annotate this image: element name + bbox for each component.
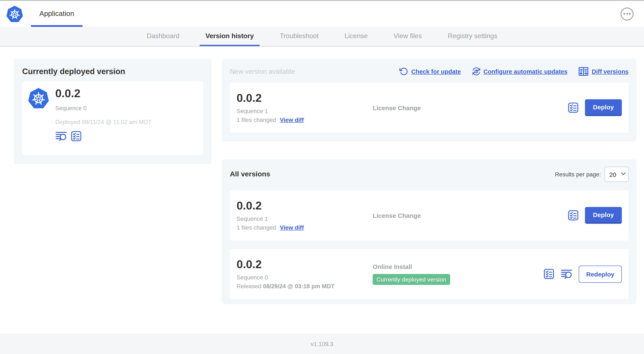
update-links: Check for update — [400, 66, 628, 77]
version-sequence: Sequence 1 — [236, 108, 373, 115]
ellipsis-menu-icon[interactable] — [620, 7, 634, 20]
currently-deployed-title: Currently deployed version — [22, 67, 203, 76]
version-actions: Deploy — [568, 99, 622, 116]
view-logs-icon[interactable] — [55, 131, 67, 141]
all-versions-title: All versions — [230, 170, 270, 178]
preflight-checks-icon[interactable] — [544, 268, 554, 279]
version-source: License Change — [373, 104, 568, 111]
kubernetes-logo-icon — [6, 6, 23, 22]
diff-versions-link[interactable]: Diff versions — [578, 66, 628, 77]
source-label: Online Install — [373, 263, 544, 270]
app-tab-label: Application — [39, 10, 74, 18]
new-version-panel: New version available Check for update — [222, 59, 636, 142]
source-label: License Change — [373, 104, 568, 111]
version-number: 0.0.2 — [236, 258, 373, 271]
files-changed-label: 1 files changed — [236, 224, 276, 231]
deployed-sequence: Sequence 0 — [55, 105, 152, 111]
files-changed-label: 1 files changed — [236, 117, 276, 123]
tab-registry-settings[interactable]: Registry settings — [442, 27, 503, 46]
view-logs-icon[interactable] — [561, 268, 572, 279]
currently-deployed-info: 0.0.2 Sequence 0 Deployed 09/11/24 @ 11:… — [55, 88, 152, 148]
check-for-update-link[interactable]: Check for update — [400, 67, 461, 76]
kubernetes-app-icon — [28, 88, 49, 109]
version-info: 0.0.2 Sequence 1 1 files changed View di… — [236, 92, 373, 123]
version-sequence: Sequence 1 — [236, 216, 373, 222]
redeploy-button[interactable]: Redeploy — [579, 265, 622, 282]
new-version-card: 0.0.2 Sequence 1 1 files changed View di… — [230, 83, 628, 133]
deployed-actions — [55, 131, 152, 141]
clock-refresh-icon — [472, 67, 480, 76]
files-changed-row: 1 files changed View diff — [236, 224, 373, 231]
preflight-checks-icon[interactable] — [568, 210, 579, 221]
files-changed-row: 1 files changed View diff — [236, 117, 373, 123]
app-tab-active-underline — [31, 25, 82, 27]
admin-console-version: v1.109.3 — [311, 340, 333, 347]
version-number: 0.0.2 — [236, 92, 373, 104]
new-version-title: New version available — [230, 68, 295, 75]
version-row: 0.0.2 Sequence 1 1 files changed View di… — [230, 190, 628, 240]
currently-deployed-panel: Currently deployed version — [14, 59, 212, 164]
all-versions-panel: All versions Results per page: 20 — [222, 159, 636, 304]
new-version-header: New version available Check for update — [222, 59, 636, 77]
tab-troubleshoot[interactable]: Troubleshoot — [274, 27, 324, 46]
version-actions: Redeploy — [544, 265, 622, 282]
version-source: Online Install Currently deployed versio… — [373, 263, 544, 285]
top-bar: Application — [0, 0, 644, 27]
configure-automatic-updates-link[interactable]: Configure automatic updates — [472, 67, 567, 76]
currently-deployed-card: 0.0.2 Sequence 0 Deployed 09/11/24 @ 11:… — [22, 81, 203, 155]
tab-license[interactable]: License — [339, 27, 374, 46]
deployed-timestamp: Deployed 09/11/24 @ 11:02 am MDT — [55, 118, 152, 125]
tab-view-files[interactable]: View files — [388, 27, 428, 46]
version-info: 0.0.2 Sequence 0 Released 08/29/24 @ 03:… — [236, 258, 373, 289]
version-sequence: Sequence 0 — [236, 274, 373, 281]
version-source: License Change — [373, 212, 568, 219]
results-per-page-select[interactable]: 20 — [605, 167, 628, 182]
view-diff-link[interactable]: View diff — [280, 224, 304, 231]
app-nav-tabs: Dashboard Version history Troubleshoot L… — [0, 27, 644, 47]
released-timestamp: Released 08/29/24 @ 03:18 pm MDT — [236, 283, 373, 290]
source-label: License Change — [373, 212, 568, 219]
deployed-version-number: 0.0.2 — [55, 88, 152, 100]
version-info: 0.0.2 Sequence 1 1 files changed View di… — [236, 200, 373, 231]
version-actions: Deploy — [568, 207, 622, 224]
main-content: Currently deployed version — [0, 47, 644, 324]
preflight-checks-icon[interactable] — [568, 102, 579, 113]
version-number: 0.0.2 — [236, 200, 373, 212]
currently-deployed-badge: Currently deployed version — [373, 274, 450, 285]
app-tab[interactable]: Application — [31, 1, 82, 27]
version-history-page: Application Dashboard Version history Tr… — [0, 0, 644, 354]
version-row: 0.0.2 Sequence 0 Released 08/29/24 @ 03:… — [230, 249, 628, 299]
tab-dashboard[interactable]: Dashboard — [141, 27, 186, 46]
view-diff-link[interactable]: View diff — [280, 117, 304, 123]
tab-version-history[interactable]: Version history — [200, 27, 260, 46]
deploy-button[interactable]: Deploy — [585, 99, 622, 116]
footer: v1.109.3 — [0, 333, 644, 354]
results-per-page-label: Results per page: — [555, 171, 601, 178]
right-column: New version available Check for update — [222, 59, 636, 304]
deploy-button[interactable]: Deploy — [585, 207, 622, 224]
refresh-icon — [400, 67, 408, 76]
all-versions-header: All versions Results per page: 20 — [222, 159, 636, 182]
diff-icon — [578, 66, 589, 77]
results-per-page: Results per page: 20 — [555, 167, 628, 182]
preflight-checks-icon[interactable] — [71, 131, 82, 141]
